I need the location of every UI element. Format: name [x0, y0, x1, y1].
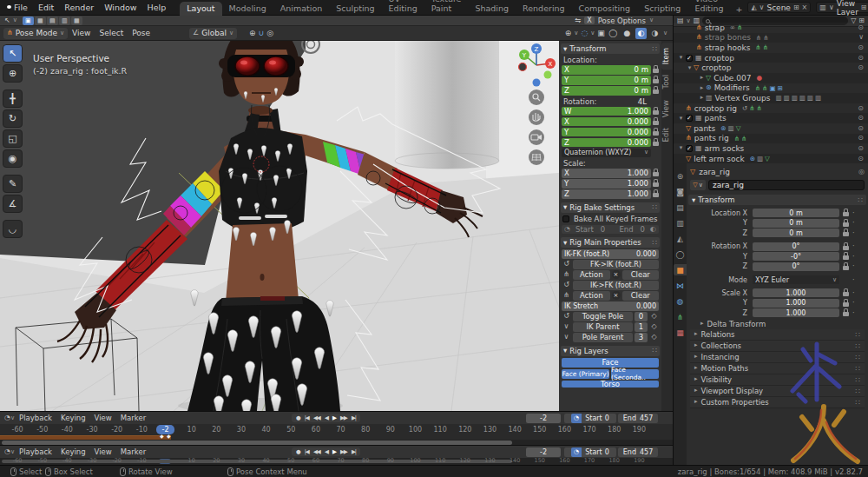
tab-output-icon[interactable]: ▤ — [674, 202, 687, 213]
prop-rotation-z[interactable]: Z0°· — [690, 262, 865, 270]
panel-relations[interactable]: ▸Relations∷ — [690, 329, 865, 341]
tab-tool[interactable]: Tool — [661, 70, 673, 95]
rig-layer-face-secondary-button[interactable]: Face (Seconda.. — [611, 369, 659, 379]
prop-rotation-mode[interactable]: ModeXYZ Euler∨· — [690, 275, 865, 284]
panel-visibility[interactable]: ▸Visibility∷ — [690, 374, 865, 386]
disclosure-icon[interactable]: ▸ — [698, 95, 706, 101]
tab-render-icon[interactable]: ◙ — [674, 186, 687, 197]
menu-window[interactable]: Window — [99, 3, 141, 12]
play-reverse-button[interactable]: ◀ — [323, 414, 330, 421]
auto-keying-button[interactable]: ● — [294, 448, 302, 455]
rotation-mode-dropdown[interactable]: Quaternion (WXYZ)∨ — [562, 149, 659, 158]
tab-edit[interactable]: Edit — [661, 123, 673, 147]
select-mode-extend[interactable]: ▦ — [35, 17, 46, 25]
eye-icon[interactable]: ⊙ — [858, 145, 864, 152]
view-layer-selector[interactable]: ▥ ∨ View Layer ⊞ × — [816, 2, 868, 13]
disclosure-icon[interactable]: ▸ — [698, 85, 706, 91]
outliner-row[interactable]: ▸⊛Modifiers⋔⋔▣⊞ — [674, 83, 868, 94]
eye-icon[interactable]: ⊙ — [858, 24, 864, 31]
tab-object-icon[interactable]: ■ — [674, 264, 687, 275]
tab-view-layer-icon[interactable]: ▥ — [674, 217, 687, 229]
prev-keyframe-button[interactable]: ◀◀ — [312, 414, 322, 421]
pan-button[interactable] — [529, 109, 544, 125]
select-mode-intersect[interactable]: ▦ — [71, 17, 82, 25]
frame-ruler-mini[interactable]: -60-50-40-30-20-101020304050607080901001… — [0, 458, 673, 465]
eye-icon[interactable]: ⊙ — [858, 135, 864, 142]
eye-icon[interactable]: ⊙ — [858, 156, 864, 162]
tab-tool-icon[interactable]: ⊛ — [674, 170, 687, 182]
clear-button[interactable]: Clear — [622, 270, 660, 280]
eye-icon[interactable]: ⊙ — [858, 105, 864, 112]
eye-icon[interactable]: ⊙ — [858, 64, 864, 71]
prop-scale-z[interactable]: Z1.000· — [690, 308, 865, 317]
prop-location-x[interactable]: Location X0 m· — [690, 209, 865, 217]
lock-icon[interactable] — [843, 302, 849, 307]
pose-options-dropdown[interactable]: Pose Options — [598, 17, 646, 25]
collection-checkbox[interactable]: ✓ — [686, 55, 693, 62]
orientation-selector[interactable]: ∠ Global ∨ — [189, 28, 237, 39]
outliner-row[interactable]: ⋔strap bones⋔⋔∨ — [674, 33, 868, 43]
chevron-down-icon[interactable]: ∨ — [858, 34, 864, 41]
current-frame-field[interactable]: -2 — [526, 447, 561, 457]
lock-icon[interactable] — [653, 193, 659, 197]
prop-location-z[interactable]: Z0 m· — [690, 229, 865, 237]
breadcrumb-object-name[interactable]: zara_rig — [699, 168, 730, 176]
lock-icon[interactable] — [843, 246, 849, 250]
lock-icon[interactable] — [653, 69, 659, 73]
lock-icon[interactable] — [653, 79, 659, 83]
tab-view[interactable]: View — [661, 95, 673, 123]
prop-location-y[interactable]: Y0 m· — [690, 218, 865, 227]
menu-playback[interactable]: Playback — [15, 447, 56, 456]
transform-panel-header[interactable]: ▾ Transform ∷ — [688, 195, 866, 205]
tab-uv-editing[interactable]: UV Editing — [382, 0, 424, 16]
frame-end-field[interactable]: End457 — [618, 414, 658, 423]
xray-toggle-icon[interactable]: ▣ — [597, 30, 605, 37]
snap-magnet-icon[interactable]: ∪ — [259, 30, 265, 37]
mirror-x-toggle[interactable]: X — [584, 17, 594, 24]
rig-main-panel-header[interactable]: ▾ Rig Main Properties ∷ — [561, 237, 660, 248]
panel-viewport-display[interactable]: ▸Viewport Display∷ — [690, 386, 865, 397]
eye-icon[interactable]: ⊙ — [858, 44, 864, 51]
outliner-row[interactable]: ⋔croptop rig↺⋔⋔⊙ — [674, 103, 868, 114]
proportional-edit-icon[interactable]: ◎ — [266, 30, 273, 37]
action-button[interactable]: Action — [573, 291, 610, 301]
tab-rendering[interactable]: Rendering — [516, 2, 572, 16]
outliner-row[interactable]: ⋔strap hooks⋔⋔⊙ — [674, 43, 868, 53]
menu-edit[interactable]: Edit — [33, 3, 59, 12]
prop-scale-y[interactable]: Y1.000· — [690, 299, 865, 308]
menu-help[interactable]: Help — [142, 3, 172, 12]
rotation-w[interactable]: W1.000 — [562, 107, 659, 116]
add-workspace-button[interactable]: + — [730, 3, 747, 16]
new-layer-icon[interactable]: ⊞ — [861, 4, 867, 11]
collection-checkbox[interactable]: ✓ — [686, 115, 693, 122]
prev-keyframe-button[interactable]: ◀◀ — [312, 448, 322, 455]
panel-instancing[interactable]: ▸Instancing∷ — [690, 352, 865, 363]
close-icon[interactable]: × — [802, 4, 808, 11]
menu-file[interactable]: File — [9, 3, 33, 12]
lock-icon[interactable] — [653, 89, 659, 94]
tab-layout[interactable]: Layout — [180, 2, 221, 16]
toggle-pole-button[interactable]: Toggle Pole — [573, 312, 633, 321]
clear-x-icon[interactable]: × — [612, 270, 621, 279]
disclosure-icon[interactable]: ▸ — [698, 75, 706, 81]
outliner-row[interactable]: ▸▥Vertex Groups▥▥▥▥▥▥ — [674, 93, 868, 103]
ik-stretch-slider[interactable]: IK Stretch0.000 — [562, 301, 659, 311]
menu-select[interactable]: Select — [95, 29, 128, 37]
next-keyframe-button[interactable]: ▶▶ — [339, 414, 349, 421]
outliner-row[interactable]: ▽left arm sock⊛▥▽⊙ — [674, 154, 868, 163]
current-frame-field[interactable]: -2 — [526, 414, 561, 423]
new-scene-icon[interactable]: ⊞ — [793, 4, 799, 11]
menu-view[interactable]: View — [90, 414, 116, 422]
tab-constraints-icon[interactable]: ⋈ — [674, 280, 687, 291]
disclosure-icon[interactable]: ▾ — [677, 145, 685, 151]
tab-scene-icon[interactable]: ◭ — [674, 233, 687, 244]
lock-icon[interactable] — [653, 131, 659, 136]
outliner-row[interactable]: ⋔strap∞⋔⊙ — [674, 23, 868, 33]
lock-icon[interactable] — [653, 121, 659, 125]
play-reverse-button[interactable]: ◀ — [323, 448, 330, 455]
ikfk-slider[interactable]: IK-FK (foot.R)0.000 — [562, 249, 659, 259]
tab-modeling[interactable]: Modeling — [222, 2, 273, 16]
frame-ruler[interactable]: ◆ ◆ -2 -60-50-40-30-20-10102030405060708… — [0, 424, 673, 440]
lock-icon[interactable] — [843, 222, 849, 227]
camera-view-button[interactable] — [529, 129, 544, 145]
